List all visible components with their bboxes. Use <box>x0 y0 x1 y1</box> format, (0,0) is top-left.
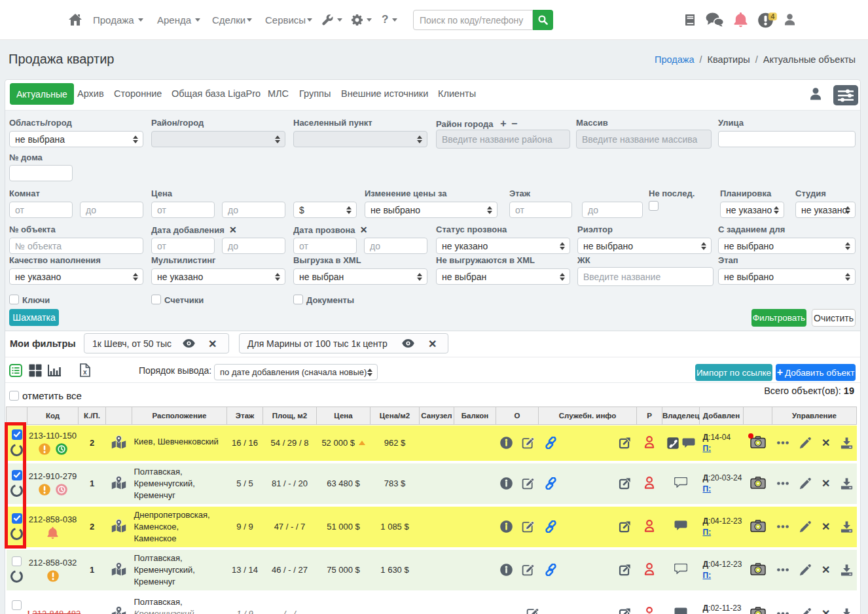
svg-text:4: 4 <box>770 12 774 20</box>
svg-text:x: x <box>83 369 87 376</box>
